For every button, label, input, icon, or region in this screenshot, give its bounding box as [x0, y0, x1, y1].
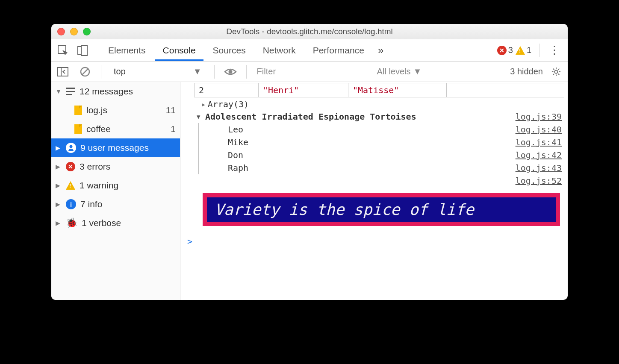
inspect-element-icon[interactable]: [54, 41, 72, 59]
bug-icon: 🐞: [66, 217, 77, 229]
tab-sources[interactable]: Sources: [205, 39, 253, 61]
chevron-right-icon: ▶: [56, 163, 62, 170]
warning-badge[interactable]: 1: [516, 45, 531, 55]
sidebar-item-label: 9 user messages: [80, 143, 149, 153]
tab-console[interactable]: Console: [155, 39, 203, 61]
close-window-button[interactable]: [57, 28, 65, 35]
sidebar-item-label: 1 verbose: [82, 218, 121, 228]
maximize-window-button[interactable]: [83, 28, 91, 35]
error-count: 3: [508, 45, 513, 55]
warning-icon: [66, 181, 75, 190]
hidden-messages-label[interactable]: 3 hidden: [510, 67, 543, 76]
console-group[interactable]: ▼ Adolescent Irradiated Espionage Tortoi…: [180, 110, 568, 123]
svg-point-17: [70, 145, 73, 148]
tabstrip: Elements Console Sources Network Perform…: [51, 39, 568, 62]
sidebar-item-label: 1 warning: [80, 180, 118, 191]
chevron-right-icon: ▶: [56, 182, 62, 189]
warning-count: 1: [527, 45, 531, 55]
group-title: Adolescent Irradiated Espionage Tortoise…: [205, 112, 516, 122]
source-link[interactable]: log.js:42: [516, 150, 562, 160]
table-cell-empty: [447, 83, 564, 97]
clear-console-icon[interactable]: [76, 63, 94, 81]
list-icon: [66, 88, 75, 95]
file-name: coffee: [86, 124, 111, 134]
sidebar-item-messages[interactable]: ▼ 12 messages: [51, 82, 180, 101]
table-cell-last: "Matisse": [348, 83, 447, 97]
log-text: Mike: [228, 137, 516, 147]
sidebar-item-errors[interactable]: ▶ ✕ 3 errors: [51, 157, 180, 176]
sidebar-item-user-messages[interactable]: ▶ 9 user messages: [51, 138, 180, 157]
file-count: 1: [171, 124, 176, 134]
svg-line-14: [558, 73, 560, 75]
console-prompt[interactable]: >: [180, 234, 568, 253]
chevron-down-icon: ▼: [413, 67, 422, 76]
svg-line-15: [553, 73, 554, 75]
separator: [101, 65, 101, 79]
tab-elements[interactable]: Elements: [100, 39, 153, 61]
sidebar-item-verbose[interactable]: ▶ 🐞 1 verbose: [51, 214, 180, 232]
error-badge[interactable]: ✕ 3: [497, 45, 513, 55]
console-sidebar: ▼ 12 messages log.js 11 coffee 1 ▶ 9 use…: [51, 82, 180, 300]
styled-log-row: Variety is the spice of life: [180, 187, 568, 234]
separator: [246, 65, 247, 79]
source-link[interactable]: log.js:41: [516, 137, 562, 147]
live-expression-icon[interactable]: [221, 63, 239, 81]
sidebar-file-item[interactable]: log.js 11: [51, 101, 180, 120]
svg-rect-2: [81, 45, 87, 56]
console-log-item[interactable]: Raph log.js:43: [198, 161, 568, 174]
chevron-down-icon: ▼: [56, 88, 62, 95]
chevron-down-icon: ▼: [193, 67, 202, 76]
error-icon: ✕: [497, 46, 507, 55]
chevron-right-icon: ▶: [56, 144, 62, 151]
array-log[interactable]: ▶ Array(3): [180, 98, 568, 110]
sidebar-item-warnings[interactable]: ▶ 1 warning: [51, 176, 180, 195]
context-selector[interactable]: top ▼: [108, 66, 207, 77]
console-log-item[interactable]: Don log.js:42: [198, 149, 568, 161]
console-log-item[interactable]: Leo log.js:40: [198, 123, 568, 136]
more-tabs-icon[interactable]: »: [374, 44, 388, 56]
toggle-sidebar-icon[interactable]: [54, 63, 72, 81]
svg-line-16: [558, 68, 560, 70]
chevron-right-icon: ▶: [56, 220, 62, 226]
titlebar: DevTools - devtools.glitch.me/console/lo…: [51, 24, 568, 39]
log-text: Leo: [228, 124, 516, 135]
sidebar-file-item[interactable]: coffee 1: [51, 120, 180, 138]
sidebar-item-label: 3 errors: [80, 161, 110, 172]
sidebar-item-label: 12 messages: [80, 86, 133, 97]
chevron-down-icon: ▼: [197, 112, 205, 122]
status-badges[interactable]: ✕ 3 1: [497, 45, 535, 55]
table-row[interactable]: 2 "Henri" "Matisse": [194, 83, 564, 97]
context-value: top: [114, 67, 126, 76]
device-toolbar-icon[interactable]: [74, 41, 91, 59]
kebab-menu-icon[interactable]: ⋮: [544, 44, 565, 57]
chevron-right-icon: ▶: [202, 101, 205, 108]
info-icon: i: [66, 199, 76, 209]
source-link[interactable]: log.js:40: [516, 124, 562, 135]
svg-line-13: [553, 68, 554, 70]
minimize-window-button[interactable]: [70, 28, 78, 35]
chevron-right-icon: ▶: [56, 201, 62, 208]
tab-network[interactable]: Network: [255, 39, 304, 61]
console-log-item[interactable]: Mike log.js:41: [198, 136, 568, 149]
separator: [214, 65, 215, 79]
console-log-item[interactable]: log.js:52: [180, 174, 568, 187]
tab-performance[interactable]: Performance: [305, 39, 372, 61]
source-link[interactable]: log.js:52: [516, 176, 562, 186]
gear-icon[interactable]: [547, 63, 565, 81]
source-link[interactable]: log.js:39: [516, 112, 562, 122]
filter-input[interactable]: [253, 65, 368, 79]
source-link[interactable]: log.js:43: [516, 163, 562, 173]
styled-log-text: Variety is the spice of life: [203, 193, 560, 226]
file-icon: [74, 106, 82, 115]
log-text: Raph: [228, 163, 516, 173]
log-levels-selector[interactable]: All levels ▼: [373, 67, 426, 76]
log-text: Don: [228, 150, 516, 160]
file-icon: [74, 124, 82, 134]
levels-label: All levels: [377, 67, 411, 76]
svg-line-6: [82, 69, 88, 75]
traffic-lights: [57, 28, 91, 35]
warning-icon: [516, 46, 525, 55]
prompt-glyph: >: [187, 236, 192, 247]
sidebar-item-info[interactable]: ▶ i 7 info: [51, 195, 180, 214]
table-cell-first: "Henri": [259, 83, 348, 97]
